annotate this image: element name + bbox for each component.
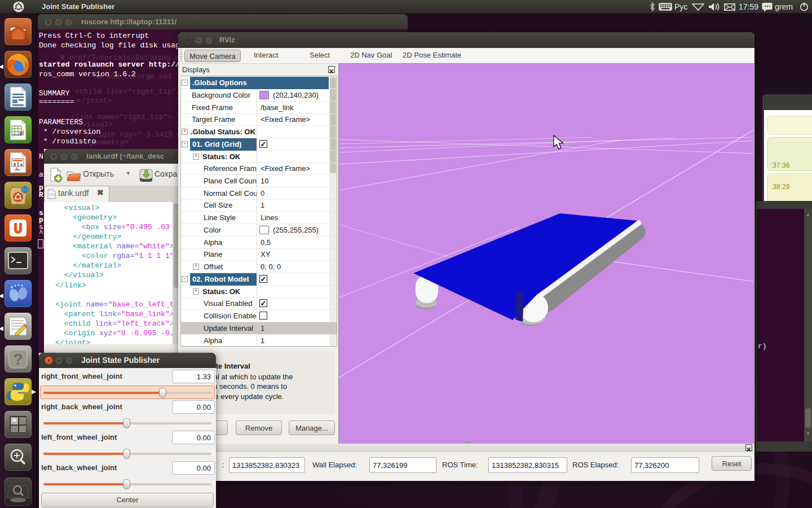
- svg-text:?: ?: [13, 351, 23, 368]
- svg-text:</>: </>: [49, 192, 55, 196]
